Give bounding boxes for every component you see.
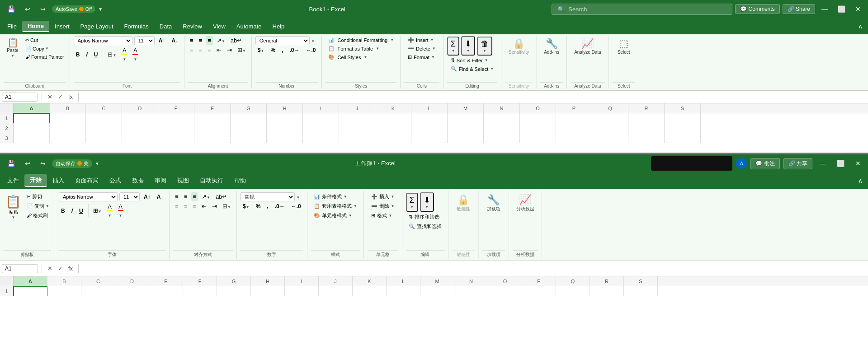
cell-D3-en[interactable] <box>122 133 158 143</box>
save-button-en[interactable]: 💾 <box>4 4 19 14</box>
cell-H3-en[interactable] <box>267 133 303 143</box>
borders-button-en[interactable]: ⊞▼ <box>106 50 118 59</box>
sort-filter-button-cn[interactable]: ⇅ 排序和筛选 <box>406 213 442 221</box>
col-header-S-en[interactable]: S <box>665 103 701 113</box>
insert-cells-button-cn[interactable]: ➕ 插入 ▼ <box>368 192 398 201</box>
col-header-S-cn[interactable]: S <box>624 276 658 286</box>
menu-file-en[interactable]: File <box>2 21 22 32</box>
col-header-L-en[interactable]: L <box>411 103 448 113</box>
cell-F1-en[interactable] <box>194 113 231 123</box>
cell-Q2-en[interactable] <box>592 123 628 133</box>
bold-button-en[interactable]: B <box>74 51 82 59</box>
find-select-button-en[interactable]: 🔍 Find & Select ▼ <box>447 65 497 73</box>
analyze-button-cn[interactable]: 📈 分析数据 <box>513 192 538 214</box>
sensitivity-button-cn[interactable]: 🔒 敏感性 <box>452 192 475 214</box>
align-right-cn[interactable]: ≡ <box>191 202 198 210</box>
comma-button-cn[interactable]: , <box>264 202 270 210</box>
cell-H2-en[interactable] <box>267 123 303 133</box>
col-header-C-cn[interactable]: C <box>81 276 115 286</box>
col-header-M-en[interactable]: M <box>448 103 484 113</box>
cell-G1-cn[interactable] <box>217 286 251 296</box>
sort-filter-button-en[interactable]: ⇅ Sort & Filter ▼ <box>447 56 492 64</box>
fill-button-en[interactable]: ⬇ ▼ <box>461 36 475 56</box>
menu-formulas-en[interactable]: Formulas <box>119 21 154 32</box>
corner-cell-cn[interactable] <box>0 276 14 286</box>
restore-button-en[interactable]: ⬜ <box>834 4 849 14</box>
menu-insert-cn[interactable]: 插入 <box>47 175 70 186</box>
cell-I1-en[interactable] <box>303 113 339 123</box>
italic-button-cn[interactable]: I <box>69 207 75 215</box>
menu-review-cn[interactable]: 审阅 <box>149 175 172 186</box>
cell-F1-cn[interactable] <box>183 286 217 296</box>
col-header-J-en[interactable]: J <box>339 103 375 113</box>
cell-Q3-en[interactable] <box>592 133 628 143</box>
borders-button-cn[interactable]: ⊞▼ <box>91 206 104 215</box>
undo-button-en[interactable]: ↩ <box>21 4 34 14</box>
col-header-F-en[interactable]: F <box>194 103 231 113</box>
cell-C2-en[interactable] <box>86 123 122 133</box>
customize-arrow-en[interactable]: ▼ <box>98 7 103 12</box>
conditional-formatting-button-cn[interactable]: 📊 条件格式 ▼ <box>311 192 350 201</box>
col-header-I-cn[interactable]: I <box>285 276 319 286</box>
cell-J3-en[interactable] <box>339 133 375 143</box>
sum-button-en[interactable]: Σ ▼ <box>447 37 459 56</box>
comments-button-cn[interactable]: 💬 批注 <box>750 158 779 169</box>
font-color-button-en[interactable]: A ▼ <box>131 46 140 63</box>
addins-button-cn[interactable]: 🔧 加载项 <box>482 192 505 214</box>
align-right-en[interactable]: ≡ <box>206 46 213 54</box>
cell-I1-cn[interactable] <box>285 286 319 296</box>
col-header-E-en[interactable]: E <box>158 103 194 113</box>
cell-M1-cn[interactable] <box>420 286 454 296</box>
user-avatar-cn[interactable]: A <box>736 158 747 169</box>
cell-D1-en[interactable] <box>122 113 158 123</box>
autosave-toggle-cn[interactable]: 自动保存 关 <box>52 159 92 168</box>
search-input-en[interactable] <box>568 6 722 13</box>
col-header-K-cn[interactable]: K <box>353 276 387 286</box>
formula-input-cn[interactable] <box>82 265 866 273</box>
formula-cancel-en[interactable]: ✕ <box>46 93 54 101</box>
autosave-toggle-en[interactable]: AutoSave Off <box>52 5 95 13</box>
row-header-1-en[interactable]: 1 <box>0 113 14 123</box>
menu-automate-cn[interactable]: 自动执行 <box>194 175 229 186</box>
formula-cancel-cn[interactable]: ✕ <box>46 264 54 273</box>
cell-N1-en[interactable] <box>484 113 520 123</box>
cell-G3-en[interactable] <box>231 133 267 143</box>
cell-P1-en[interactable] <box>556 113 592 123</box>
cell-B1-en[interactable] <box>50 113 86 123</box>
cell-L1-cn[interactable] <box>387 286 420 296</box>
formula-input-en[interactable] <box>82 93 866 101</box>
menu-help-cn[interactable]: 帮助 <box>229 175 251 186</box>
cell-H1-cn[interactable] <box>251 286 285 296</box>
indent-increase-en[interactable]: ⇥ <box>225 46 234 54</box>
menu-home-cn[interactable]: 开始 <box>24 174 47 187</box>
cell-R1-en[interactable] <box>628 113 665 123</box>
collapse-ribbon-en[interactable]: ∧ <box>854 21 866 32</box>
cell-P2-en[interactable] <box>556 123 592 133</box>
cell-K1-cn[interactable] <box>353 286 387 296</box>
cell-K3-en[interactable] <box>375 133 411 143</box>
cell-F2-en[interactable] <box>194 123 231 133</box>
cell-D1-cn[interactable] <box>115 286 149 296</box>
format-painter-button-cn[interactable]: 🖌 格式刷 <box>25 211 51 220</box>
cut-button-cn[interactable]: ✂ 剪切 <box>25 192 51 201</box>
formula-confirm-cn[interactable]: ✓ <box>56 264 65 273</box>
col-header-G-en[interactable]: G <box>231 103 267 113</box>
percent-button-cn[interactable]: % <box>254 202 263 210</box>
merge-center-en[interactable]: ⊞▼ <box>236 46 248 54</box>
increase-decimal-en[interactable]: .0→ <box>287 46 302 54</box>
cell-P3-en[interactable] <box>556 133 592 143</box>
cell-R2-en[interactable] <box>628 123 665 133</box>
col-header-A-en[interactable]: A <box>14 103 50 113</box>
italic-button-en[interactable]: I <box>84 51 90 59</box>
cell-M2-en[interactable] <box>448 123 484 133</box>
paste-button-cn[interactable]: 📋 粘贴 ▼ <box>4 192 23 221</box>
cell-L3-en[interactable] <box>411 133 448 143</box>
col-header-I-en[interactable]: I <box>303 103 339 113</box>
menu-view-cn[interactable]: 视图 <box>172 175 194 186</box>
menu-data-en[interactable]: Data <box>154 21 177 32</box>
cell-C3-en[interactable] <box>86 133 122 143</box>
minimize-button-en[interactable]: — <box>818 4 831 14</box>
close-button-en[interactable]: ✕ <box>852 4 864 14</box>
cell-R3-en[interactable] <box>628 133 665 143</box>
menu-pagelayout-en[interactable]: Page Layout <box>75 21 119 32</box>
